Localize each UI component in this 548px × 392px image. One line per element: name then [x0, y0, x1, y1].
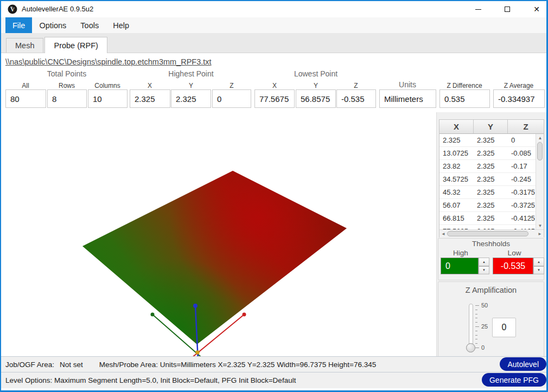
window-title: AutolevellerAE 0.9.5u2	[22, 5, 93, 13]
close-button[interactable]: ✕	[532, 5, 541, 14]
table-row[interactable]: 45.32 2.325 -0.3175	[439, 186, 544, 199]
title-bar: V AutolevellerAE 0.9.5u2 ✕	[1, 1, 546, 17]
table-row[interactable]: 13.0725 2.325 -0.085	[439, 147, 544, 160]
threshold-low-down-icon[interactable]: ▼	[533, 266, 544, 275]
probe-table-body: 2.325 2.325 0 13.0725 2.325 -0.085 23.82…	[439, 134, 544, 229]
table-header: X Y Z	[439, 120, 544, 134]
tick-label-25: 25	[481, 323, 488, 330]
mesh-surface	[55, 139, 408, 356]
job-area-label: Job/OGF Area:	[5, 361, 54, 369]
horizontal-scroll-thumb[interactable]	[447, 231, 528, 236]
z-axis-endpoint	[193, 304, 197, 308]
highest-z-field[interactable]: 0	[212, 89, 251, 108]
y-axis-endpoint	[151, 313, 155, 317]
tick-25	[475, 326, 479, 327]
mesh-probe-area-info: Mesh/Probe Area: Units=Millimeters X=2.3…	[99, 361, 376, 369]
threshold-low-label: Low	[508, 249, 521, 257]
scroll-left-icon[interactable]: ◄	[439, 230, 447, 238]
threshold-low-input[interactable]: -0.535	[493, 258, 533, 274]
menu-file[interactable]: File	[5, 17, 32, 33]
threshold-high-spinner: ▲ ▼	[479, 258, 489, 274]
columns-label: Columns	[94, 82, 120, 89]
thresholds-title: Theshholds	[438, 240, 544, 248]
rows-label: Rows	[59, 82, 75, 89]
status-bar-area: Job/OGF Area: Not set Mesh/Probe Area: U…	[1, 356, 546, 372]
tab-probe-rpf[interactable]: Probe (RPF)	[44, 37, 107, 53]
vertical-scroll-thumb[interactable]	[537, 142, 543, 160]
app-window: V AutolevellerAE 0.9.5u2 ✕ File Options …	[0, 0, 548, 392]
lowest-y-field[interactable]: 56.8575	[296, 89, 336, 108]
tick-0	[475, 348, 479, 348]
probe-file-link[interactable]: \\nas\public\CNC\Designs\spindle.top.etc…	[5, 57, 212, 66]
lowest-x-label: X	[272, 82, 277, 89]
probe-tab-content: \\nas\public\CNC\Designs\spindle.top.etc…	[1, 53, 546, 359]
table-horizontal-scrollbar[interactable]: ◄ ►	[439, 229, 544, 237]
lowest-z-field[interactable]: -0.535	[336, 89, 376, 108]
menu-tools[interactable]: Tools	[73, 17, 106, 33]
table-row[interactable]: 34.5725 2.325 -0.245	[439, 173, 544, 186]
level-options-info: Level Options: Maximum Segment Length=5.…	[5, 376, 296, 384]
total-points-all-field[interactable]: 80	[5, 89, 46, 108]
table-row[interactable]: 23.82 2.325 -0.17	[439, 160, 544, 173]
right-panel: X Y Z 2.325 2.325 0 13.0725 2.325 -0.085…	[436, 112, 546, 359]
tick-label-0: 0	[481, 344, 485, 351]
tab-mesh[interactable]: Mesh	[6, 38, 43, 53]
all-label: All	[22, 82, 29, 89]
z-difference-label: Z Difference	[447, 82, 482, 89]
generate-pfg-button[interactable]: Generate PFG	[482, 373, 546, 387]
thresholds-groupbox: Theshholds High Low 0 ▲ ▼ -0.535 ▲ ▼	[438, 238, 544, 280]
total-points-columns-field[interactable]: 10	[88, 89, 128, 108]
lowest-z-label: Z	[354, 82, 358, 89]
origin-marker	[196, 351, 200, 355]
z-average-field[interactable]: -0.334937	[493, 89, 545, 108]
menu-bar: File Options Tools Help	[1, 17, 546, 33]
highest-x-field[interactable]: 2.325	[130, 89, 170, 108]
status-bar-options: Level Options: Maximum Segment Length=5.…	[1, 372, 546, 388]
mesh-3d-viewport[interactable]	[1, 112, 436, 359]
z-average-label: Z Average	[504, 82, 533, 89]
total-points-rows-field[interactable]: 8	[47, 89, 87, 108]
menu-options[interactable]: Options	[32, 17, 73, 33]
table-row[interactable]: 66.815 2.325 -0.4125	[439, 212, 544, 225]
tab-strip: Mesh Probe (RPF)	[1, 33, 546, 53]
highest-point-label: Highest Point	[168, 69, 213, 78]
scroll-right-icon[interactable]: ►	[536, 230, 544, 238]
highest-y-field[interactable]: 2.325	[171, 89, 211, 108]
threshold-high-input[interactable]: 0	[441, 258, 479, 274]
table-row[interactable]: 2.325 2.325 0	[439, 134, 544, 147]
maximize-button[interactable]	[503, 5, 512, 14]
app-icon: V	[8, 4, 17, 14]
autolevel-button[interactable]: Autolevel	[500, 357, 546, 371]
menu-help[interactable]: Help	[106, 17, 136, 33]
z-difference-field[interactable]: 0.535	[439, 89, 490, 108]
column-header-y[interactable]: Y	[474, 120, 508, 133]
lowest-x-field[interactable]: 77.5675	[254, 89, 295, 108]
highest-z-label: Z	[230, 82, 233, 89]
scroll-down-icon[interactable]: ▼	[536, 222, 544, 229]
table-row[interactable]: 77.5625 2.325 -0.4125	[439, 225, 544, 229]
tick-label-50: 50	[481, 302, 488, 309]
column-header-z[interactable]: Z	[508, 120, 544, 133]
x-axis-endpoint	[243, 313, 246, 317]
units-label: Units	[399, 80, 416, 89]
lowest-point-label: Lowest Point	[294, 69, 337, 78]
threshold-high-down-icon[interactable]: ▼	[479, 266, 489, 275]
total-points-label: Total Points	[47, 69, 86, 78]
lowest-y-label: Y	[314, 82, 318, 89]
slider-knob[interactable]	[466, 343, 475, 352]
tick-50	[475, 305, 479, 306]
highest-x-label: X	[148, 82, 152, 89]
z-amplification-groupbox: Z Amplification 50 25 0 0	[438, 281, 544, 358]
probe-points-table: X Y Z 2.325 2.325 0 13.0725 2.325 -0.085…	[439, 119, 544, 237]
units-field[interactable]: Millimeters	[379, 89, 436, 108]
table-vertical-scrollbar[interactable]: ▲ ▼	[536, 134, 544, 229]
scroll-up-icon[interactable]: ▲	[536, 134, 544, 142]
threshold-high-up-icon[interactable]: ▲	[479, 258, 489, 266]
column-header-x[interactable]: X	[439, 120, 474, 133]
z-amplification-slider[interactable]	[469, 304, 473, 349]
minimize-button[interactable]	[474, 5, 482, 14]
z-amplification-input[interactable]: 0	[492, 318, 516, 337]
threshold-low-up-icon[interactable]: ▲	[533, 258, 544, 266]
threshold-low-spinner: ▲ ▼	[533, 258, 544, 274]
table-row[interactable]: 56.07 2.325 -0.3725	[439, 199, 544, 212]
